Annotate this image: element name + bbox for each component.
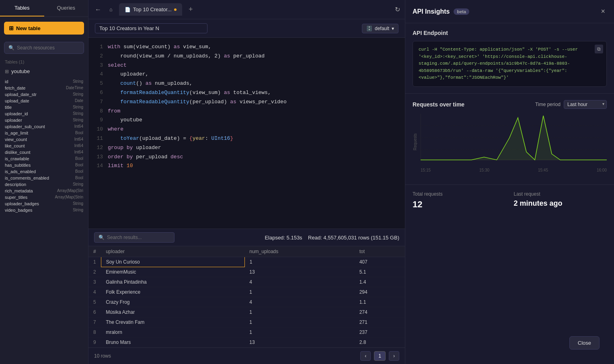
search-results-icon: 🔍 bbox=[99, 235, 105, 240]
last-request-box: Last request 2 minutes ago bbox=[514, 191, 607, 210]
schema-row: is_ads_enabledBool bbox=[0, 168, 88, 175]
schema-row: like_countInt64 bbox=[0, 143, 88, 149]
search-resources-container: 🔍 bbox=[4, 42, 84, 54]
topbar: ← ⌂ 📄 Top 10 Creator... + ↻ bbox=[88, 0, 405, 19]
col-header-num: # bbox=[88, 246, 101, 257]
results-table: # uploader num_uploads tot 1 Soy Un Curi… bbox=[88, 246, 405, 348]
cell-num-uploads: 13 bbox=[244, 267, 354, 277]
chart-x-labels: 15:15 15:30 15:45 16:00 bbox=[421, 167, 607, 173]
tables-label: Tables (1) bbox=[0, 58, 88, 66]
col-header-uploader: uploader bbox=[101, 246, 244, 257]
time-period-label: Time period bbox=[535, 102, 561, 107]
db-name: default bbox=[375, 26, 389, 31]
table-row[interactable]: 2 EminemMusic 13 5.1 bbox=[88, 267, 405, 277]
cell-num-uploads: 1 bbox=[244, 257, 354, 267]
x-label-4: 16:00 bbox=[597, 168, 607, 172]
db-selector[interactable]: 🗄️ default ▾ bbox=[362, 24, 398, 33]
cell-uploader[interactable]: Soy Un Curioso bbox=[101, 257, 244, 267]
cell-tot: 294 bbox=[355, 287, 405, 297]
table-item-youtube[interactable]: ⊞ youtube bbox=[0, 66, 88, 77]
api-close-button[interactable]: × bbox=[599, 6, 607, 17]
code-line: 14 limit 10 bbox=[88, 162, 405, 171]
query-title-input[interactable] bbox=[95, 23, 207, 33]
table-row[interactable]: 9 Bruno Mars 13 2.8 bbox=[88, 337, 405, 348]
requests-section: Requests over time Time period Last hour… bbox=[405, 94, 614, 185]
tab-tables[interactable]: Tables bbox=[0, 0, 44, 16]
code-line: 11 toYear(upload_date) = {year: UInt16} bbox=[88, 134, 405, 143]
code-editor[interactable]: 1 with sum(view_count) as view_sum, 2 ro… bbox=[88, 38, 405, 229]
db-icon: 🗄️ bbox=[366, 26, 372, 31]
api-endpoint-title: API Endpoint bbox=[413, 30, 607, 36]
next-page-button[interactable]: › bbox=[389, 351, 399, 361]
table-row[interactable]: 5 Crazy Frog 4 1.1 bbox=[88, 297, 405, 307]
current-page: 1 bbox=[374, 351, 386, 361]
main-area: ← ⌂ 📄 Top 10 Creator... + ↻ 🗄️ default ▾… bbox=[88, 0, 405, 364]
tab-label: Top 10 Creator... bbox=[133, 6, 172, 12]
schema-row: descriptionString bbox=[0, 181, 88, 188]
cell-tot: 5.1 bbox=[355, 267, 405, 277]
home-icon[interactable]: ⌂ bbox=[106, 5, 116, 14]
api-panel: API Insights beta × API Endpoint ⧉ curl … bbox=[405, 0, 614, 364]
editor-header: 🗄️ default ▾ bbox=[88, 19, 405, 38]
refresh-button[interactable]: ↻ bbox=[395, 6, 400, 13]
chevron-down-icon: ▾ bbox=[392, 26, 394, 31]
cell-tot: 274 bbox=[355, 307, 405, 317]
add-tab-button[interactable]: + bbox=[185, 4, 196, 15]
tab-queries[interactable]: Queries bbox=[44, 0, 88, 16]
row-num: 3 bbox=[88, 277, 101, 287]
table-row[interactable]: 8 mralorn 1 237 bbox=[88, 327, 405, 337]
schema-row: uploader_idString bbox=[0, 110, 88, 117]
search-input[interactable] bbox=[17, 45, 80, 51]
schema-row: fetch_dateDateTime bbox=[0, 85, 88, 91]
col-header-num-uploads: num_uploads bbox=[244, 246, 354, 257]
cell-tot: 407 bbox=[355, 257, 405, 267]
cell-num-uploads: 4 bbox=[244, 277, 354, 287]
cell-tot: 271 bbox=[355, 317, 405, 327]
new-table-button[interactable]: ⊞ New table bbox=[4, 22, 84, 35]
last-request-value: 2 minutes ago bbox=[514, 199, 607, 208]
back-icon[interactable]: ← bbox=[93, 4, 103, 15]
schema-row: video_badgesString bbox=[0, 207, 88, 213]
table-row[interactable]: 1 Soy Un Curioso 1 407 bbox=[88, 257, 405, 267]
new-table-label: New table bbox=[16, 25, 41, 31]
results-area: 🔍 Elapsed: 5.153s Read: 4,557,605,031 ro… bbox=[88, 229, 405, 364]
table-row[interactable]: 4 Folk Experience 1 294 bbox=[88, 287, 405, 297]
close-panel-button[interactable]: Close bbox=[569, 336, 600, 350]
requests-title: Requests over time bbox=[413, 101, 464, 108]
total-requests-value: 12 bbox=[413, 199, 506, 210]
row-num: 5 bbox=[88, 297, 101, 307]
x-label-2: 15:30 bbox=[479, 168, 489, 172]
requests-header: Requests over time Time period Last hour… bbox=[413, 100, 607, 109]
api-title: API Insights beta bbox=[413, 8, 469, 15]
code-line: 12 group by uploader bbox=[88, 143, 405, 153]
stats-section: Total requests 12 Last request 2 minutes… bbox=[405, 185, 614, 216]
results-search-container: 🔍 bbox=[94, 232, 175, 243]
schema-row: uploaderString bbox=[0, 117, 88, 123]
results-footer: 10 rows ‹ 1 › bbox=[88, 348, 405, 364]
row-num: 2 bbox=[88, 267, 101, 277]
cell-num-uploads: 1 bbox=[244, 327, 354, 337]
cell-uploader: mralorn bbox=[101, 327, 244, 337]
modified-dot bbox=[174, 8, 177, 11]
row-num: 8 bbox=[88, 327, 101, 337]
code-line: 7 formatReadableQuantity(per_upload) as … bbox=[88, 98, 405, 107]
topbar-tab-active[interactable]: 📄 Top 10 Creator... bbox=[119, 3, 182, 16]
cell-num-uploads: 1 bbox=[244, 307, 354, 317]
time-period-select[interactable]: Last hour Last 24 hours Last 7 days bbox=[564, 100, 607, 109]
code-line: 5 count() as num_uploads, bbox=[88, 79, 405, 88]
code-line: 4 uploader, bbox=[88, 70, 405, 79]
code-line: 9 youtube bbox=[88, 116, 405, 125]
prev-page-button[interactable]: ‹ bbox=[360, 351, 371, 361]
copy-endpoint-button[interactable]: ⧉ bbox=[595, 45, 603, 53]
table-row[interactable]: 7 The Crevatin Fam 1 271 bbox=[88, 317, 405, 327]
table-row[interactable]: 6 Músika Azhar 1 274 bbox=[88, 307, 405, 317]
cell-tot: 1.4 bbox=[355, 277, 405, 287]
table-row[interactable]: 3 Galinha Pintadinha 4 1.4 bbox=[88, 277, 405, 287]
x-label-1: 15:15 bbox=[421, 168, 431, 172]
code-line: 8 from bbox=[88, 107, 405, 116]
beta-badge: beta bbox=[454, 8, 469, 15]
schema-row: upload_date_strString bbox=[0, 91, 88, 98]
y-axis-label: Requests bbox=[413, 133, 417, 150]
results-search-input[interactable] bbox=[107, 235, 167, 240]
api-header: API Insights beta × bbox=[405, 0, 614, 23]
